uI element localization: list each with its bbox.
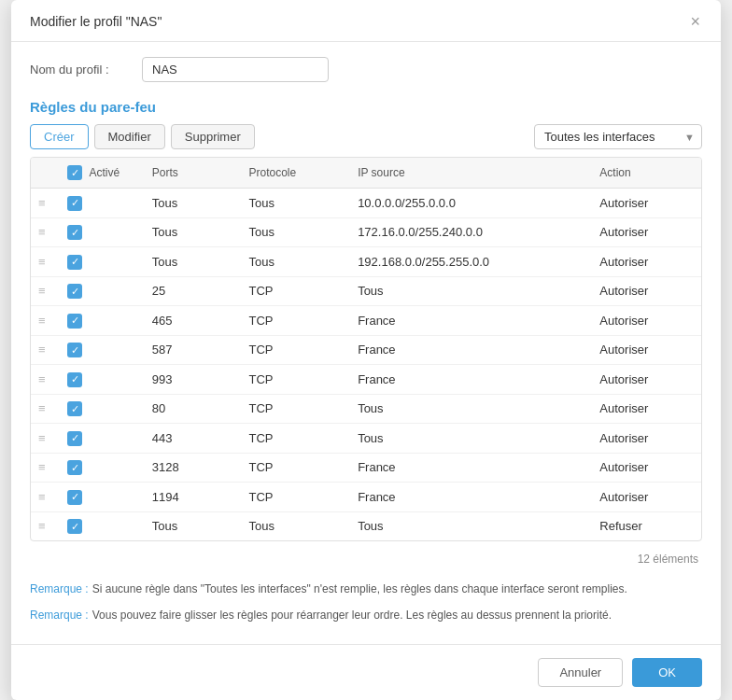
col-protocole: Protocole <box>241 158 350 189</box>
protocole-cell: TCP <box>241 276 350 306</box>
table-row: ≡ ✓ 465 TCP France Autoriser <box>31 306 701 336</box>
dialog-header: Modifier le profil "NAS" × <box>11 0 721 42</box>
drag-handle-icon[interactable]: ≡ <box>38 225 46 239</box>
protocole-cell: TCP <box>241 424 350 454</box>
profile-name-input[interactable] <box>142 57 329 82</box>
table-row: ≡ ✓ 25 TCP Tous Autoriser <box>31 276 701 306</box>
ip-cell: Tous <box>350 511 592 540</box>
table-row: ≡ ✓ 3128 TCP France Autoriser <box>31 453 701 483</box>
row-checkbox[interactable]: ✓ <box>67 372 82 387</box>
header-checkbox[interactable]: ✓ <box>67 165 82 180</box>
drag-handle-icon[interactable]: ≡ <box>38 401 46 415</box>
protocole-cell: Tous <box>241 511 350 540</box>
row-checkbox[interactable]: ✓ <box>67 431 82 446</box>
row-checkbox[interactable]: ✓ <box>67 519 82 534</box>
active-cell: ✓ <box>60 365 145 395</box>
drag-handle-icon[interactable]: ≡ <box>38 284 46 298</box>
drag-handle-icon[interactable]: ≡ <box>38 314 46 328</box>
ports-cell: Tous <box>145 189 242 218</box>
remark-1: Remarque : Si aucune règle dans "Toutes … <box>30 581 702 597</box>
remark-2: Remarque : Vous pouvez faire glisser les… <box>30 607 702 623</box>
row-checkbox[interactable]: ✓ <box>67 284 82 299</box>
ip-cell: France <box>350 335 592 365</box>
rules-tbody: ≡ ✓ Tous Tous 10.0.0.0/255.0.0.0 Autoris… <box>31 189 701 541</box>
action-cell: Autoriser <box>592 365 701 395</box>
drag-cell: ≡ <box>31 306 60 336</box>
active-cell: ✓ <box>60 511 145 540</box>
drag-handle-icon[interactable]: ≡ <box>38 196 46 210</box>
row-checkbox[interactable]: ✓ <box>67 460 82 475</box>
delete-button[interactable]: Supprimer <box>171 124 255 149</box>
ip-cell: Tous <box>350 424 592 454</box>
ip-cell: France <box>350 483 592 512</box>
ok-button[interactable]: OK <box>632 658 702 687</box>
interface-select[interactable]: Toutes les interfaces eth0 eth1 <box>534 124 702 149</box>
action-cell: Autoriser <box>592 276 701 306</box>
protocole-cell: Tous <box>241 247 350 277</box>
ports-cell: Tous <box>145 511 242 540</box>
col-drag <box>31 158 60 189</box>
close-button[interactable]: × <box>688 13 702 30</box>
active-cell: ✓ <box>60 217 145 247</box>
active-cell: ✓ <box>60 424 145 454</box>
toolbar: Créer Modifier Supprimer Toutes les inte… <box>30 124 702 149</box>
protocole-cell: TCP <box>241 483 350 512</box>
protocole-cell: TCP <box>241 335 350 365</box>
drag-cell: ≡ <box>31 483 60 512</box>
action-cell: Autoriser <box>592 306 701 336</box>
table-row: ≡ ✓ 993 TCP France Autoriser <box>31 365 701 395</box>
protocole-cell: TCP <box>241 306 350 336</box>
col-ip: IP source <box>350 158 592 189</box>
drag-handle-icon[interactable]: ≡ <box>38 255 46 269</box>
active-cell: ✓ <box>60 247 145 277</box>
row-checkbox[interactable]: ✓ <box>67 343 82 357</box>
row-checkbox[interactable]: ✓ <box>67 490 82 505</box>
row-checkbox[interactable]: ✓ <box>67 255 82 270</box>
remark-text-1: Si aucune règle dans "Toutes les interfa… <box>92 581 627 597</box>
drag-handle-icon[interactable]: ≡ <box>38 343 46 357</box>
ports-cell: 443 <box>145 424 242 454</box>
active-cell: ✓ <box>60 276 145 306</box>
action-cell: Autoriser <box>592 247 701 277</box>
drag-handle-icon[interactable]: ≡ <box>38 490 46 504</box>
active-cell: ✓ <box>60 189 145 218</box>
row-checkbox[interactable]: ✓ <box>67 314 82 329</box>
drag-handle-icon[interactable]: ≡ <box>38 460 46 474</box>
ports-cell: 25 <box>145 276 242 306</box>
ports-cell: 993 <box>145 365 242 395</box>
col-active-label: Activé <box>89 166 120 179</box>
ip-cell: France <box>350 453 592 483</box>
ip-cell: France <box>350 306 592 336</box>
drag-cell: ≡ <box>31 394 60 424</box>
ip-cell: 172.16.0.0/255.240.0.0 <box>350 217 592 247</box>
drag-handle-icon[interactable]: ≡ <box>38 431 46 445</box>
table-row: ≡ ✓ Tous Tous 10.0.0.0/255.0.0.0 Autoris… <box>31 189 701 218</box>
drag-cell: ≡ <box>31 247 60 277</box>
table-row: ≡ ✓ 587 TCP France Autoriser <box>31 335 701 365</box>
row-checkbox[interactable]: ✓ <box>67 225 82 240</box>
drag-handle-icon[interactable]: ≡ <box>38 372 46 386</box>
table-row: ≡ ✓ 443 TCP Tous Autoriser <box>31 424 701 454</box>
action-cell: Refuser <box>592 511 701 540</box>
action-cell: Autoriser <box>592 189 701 218</box>
dialog-title: Modifier le profil "NAS" <box>30 14 162 29</box>
cancel-button[interactable]: Annuler <box>538 658 623 687</box>
drag-handle-icon[interactable]: ≡ <box>38 519 46 533</box>
drag-cell: ≡ <box>31 189 60 218</box>
row-checkbox[interactable]: ✓ <box>67 401 82 416</box>
drag-cell: ≡ <box>31 424 60 454</box>
protocole-cell: Tous <box>241 189 350 218</box>
modify-button[interactable]: Modifier <box>94 124 165 149</box>
create-button[interactable]: Créer <box>30 124 89 149</box>
col-ports: Ports <box>145 158 242 189</box>
active-cell: ✓ <box>60 394 145 424</box>
col-action: Action <box>592 158 701 189</box>
action-cell: Autoriser <box>592 483 701 512</box>
rules-table-container: ✓ Activé Ports Protocole IP source Actio… <box>30 157 702 541</box>
section-title: Règles du pare-feu <box>30 99 702 115</box>
profile-label: Nom du profil : <box>30 63 142 77</box>
drag-cell: ≡ <box>31 276 60 306</box>
count-row: 12 éléments <box>30 549 702 571</box>
ports-cell: 80 <box>145 394 242 424</box>
row-checkbox[interactable]: ✓ <box>67 196 82 211</box>
